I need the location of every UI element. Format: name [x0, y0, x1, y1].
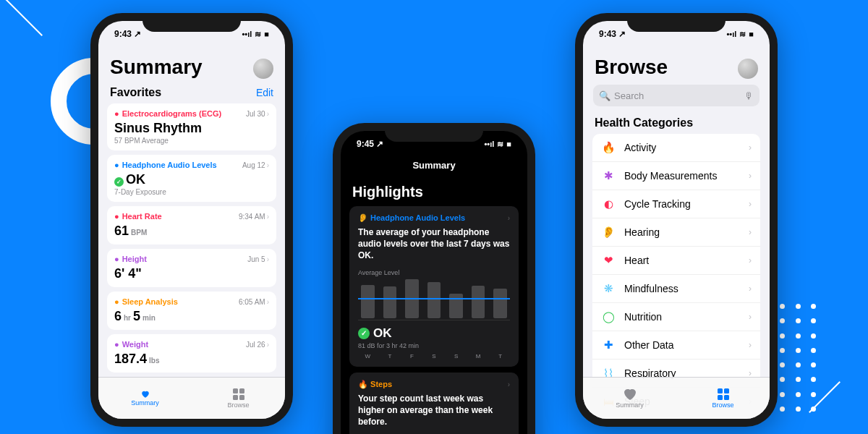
category-icon: ❤︎: [601, 253, 616, 268]
phone-summary: 9:43 ↗ ••ıl≋■ Summary Favorites Edit ●El…: [90, 13, 293, 427]
category-item[interactable]: 🔥Activity›: [592, 134, 760, 162]
highlight-steps[interactable]: 🔥 Steps› Your step count last week was h…: [349, 373, 519, 434]
card-value: 187.4lbs: [114, 352, 269, 367]
card-subtitle: 7-Day Exposure: [114, 188, 269, 196]
categories-label: Health Categories: [583, 114, 770, 134]
body-icon: ●: [114, 340, 119, 349]
ear-icon: 👂 Headphone Audio Levels: [358, 213, 465, 223]
favorite-card[interactable]: ●Heart Rate9:34 AM ›61BPM: [107, 206, 276, 244]
chevron-icon: ›: [749, 284, 752, 294]
category-name: Hearing: [624, 226, 660, 238]
card-date: 9:34 AM ›: [239, 213, 269, 221]
favorite-card[interactable]: ●Headphone Audio LevelsAug 12 ›✓ OK7-Day…: [107, 155, 276, 202]
svg-rect-2: [233, 395, 238, 400]
card-value: 61BPM: [114, 224, 269, 239]
category-icon: ❋: [601, 281, 616, 296]
category-icon: ◯: [601, 310, 616, 324]
chevron-icon: ›: [749, 255, 752, 265]
svg-rect-3: [239, 395, 244, 400]
tab-summary[interactable]: Summary: [583, 378, 676, 419]
card-date: Jul 26 ›: [246, 341, 269, 349]
svg-rect-7: [724, 395, 729, 400]
card-date: Aug 12 ›: [242, 161, 269, 169]
phone-browse: 9:43 ↗ ••ıl≋■ Browse 🔍 Search 🎙 Health C…: [575, 13, 778, 427]
card-name: ●Sleep Analysis: [114, 297, 178, 306]
bed-icon: ●: [114, 297, 119, 306]
body-icon: ●: [114, 255, 119, 263]
card-name: ●Heart Rate: [114, 212, 162, 221]
highlight-audio[interactable]: 👂 Headphone Audio Levels› The average of…: [349, 206, 519, 367]
ok-badge-icon: ✓: [358, 328, 370, 339]
category-item[interactable]: ❋Mindfulness›: [592, 275, 760, 303]
category-item[interactable]: ❤︎Heart›: [592, 247, 760, 275]
card-value: 6' 4": [114, 266, 269, 281]
tab-bar: Summary Browse: [98, 377, 285, 419]
category-icon: ◐: [601, 197, 616, 211]
svg-rect-6: [718, 395, 723, 400]
avatar[interactable]: [738, 59, 758, 79]
chevron-icon: ›: [508, 214, 510, 222]
tab-summary[interactable]: Summary: [98, 378, 192, 419]
chevron-icon: ›: [508, 380, 510, 388]
category-name: Nutrition: [624, 311, 662, 323]
favorite-card[interactable]: ●WeightJul 26 ›187.4lbs: [107, 334, 276, 373]
card-date: Jun 5 ›: [247, 255, 269, 263]
phone-highlights: 9:45 ↗ ••ıl≋■ Summary Highlights 👂 Headp…: [333, 123, 535, 434]
flame-icon: 🔥 Steps: [358, 380, 392, 389]
favorite-card[interactable]: ●Electrocardiograms (ECG)Jul 30 ›Sinus R…: [107, 103, 276, 150]
heart-icon: ●: [114, 212, 119, 221]
category-item[interactable]: 👂Hearing›: [592, 218, 760, 247]
favorite-card[interactable]: ●Sleep Analysis6:05 AM ›6hr 5min: [107, 292, 276, 330]
card-name: ●Electrocardiograms (ECG): [114, 109, 221, 118]
tab-browse[interactable]: Browse: [676, 378, 770, 419]
category-name: Cycle Tracking: [624, 198, 691, 210]
card-date: Jul 30 ›: [246, 110, 269, 118]
svg-rect-0: [233, 388, 238, 393]
card-value: ✓ OK: [114, 172, 269, 187]
category-icon: ✚: [601, 338, 616, 352]
chevron-icon: ›: [267, 110, 269, 118]
card-subtitle: 57 BPM Average: [114, 137, 269, 145]
card-name: ●Headphone Audio Levels: [114, 161, 217, 169]
grid-icon: [232, 388, 245, 401]
avatar[interactable]: [253, 59, 273, 79]
category-name: Mindfulness: [624, 283, 678, 294]
search-input[interactable]: 🔍 Search 🎙: [593, 85, 760, 106]
category-item[interactable]: ✚Other Data›: [592, 331, 760, 359]
tab-bar: Summary Browse: [583, 377, 770, 419]
favorite-card[interactable]: ●HeightJun 5 ›6' 4": [107, 249, 276, 287]
grid-icon: [717, 388, 730, 401]
audio-chart: [358, 278, 510, 318]
mic-icon[interactable]: 🎙: [744, 90, 754, 101]
category-name: Activity: [624, 142, 656, 153]
chevron-icon: ›: [749, 171, 752, 181]
card-date: 6:05 AM ›: [239, 298, 269, 306]
chevron-icon: ›: [749, 142, 752, 153]
card-value: Sinus Rhythm: [114, 121, 269, 136]
tab-browse[interactable]: Browse: [192, 378, 285, 419]
category-item[interactable]: ◯Nutrition›: [592, 303, 760, 331]
category-name: Body Measurements: [624, 170, 717, 182]
svg-rect-5: [724, 388, 729, 393]
category-name: Heart: [624, 255, 649, 266]
chevron-icon: ›: [267, 255, 269, 263]
category-name: Other Data: [624, 339, 673, 351]
category-icon: 👂: [601, 225, 616, 239]
chevron-icon: ›: [749, 227, 752, 237]
card-name: ●Weight: [114, 340, 148, 349]
chevron-icon: ›: [267, 213, 269, 221]
category-icon: ✱: [601, 169, 616, 183]
chevron-icon: ›: [267, 341, 269, 349]
category-item[interactable]: ✱Body Measurements›: [592, 162, 760, 190]
chevron-icon: ›: [749, 312, 752, 322]
edit-button[interactable]: Edit: [256, 87, 273, 98]
heart-icon: [141, 390, 150, 399]
chevron-icon: ›: [749, 199, 752, 209]
category-icon: 🔥: [601, 140, 616, 155]
card-name: ●Height: [114, 255, 147, 263]
favorites-label: Favorites: [110, 86, 161, 99]
svg-rect-1: [239, 388, 244, 393]
chevron-icon: ›: [267, 298, 269, 306]
heart-icon: [623, 388, 637, 401]
category-item[interactable]: ◐Cycle Tracking›: [592, 190, 760, 218]
